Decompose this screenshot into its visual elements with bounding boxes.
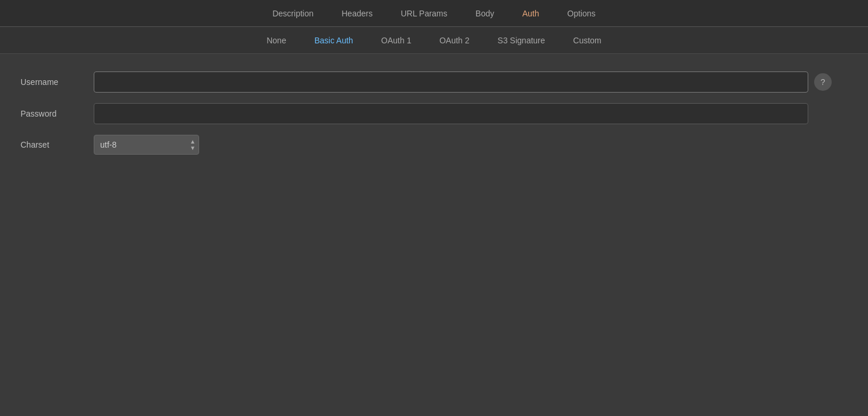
charset-select[interactable]: utf-8 ISO-8859-1 US-ASCII bbox=[94, 135, 199, 155]
form-content: Username ? Password Charset utf-8 ISO-88… bbox=[0, 54, 868, 183]
username-row: Username ? bbox=[12, 71, 856, 93]
auth-tab-none[interactable]: None bbox=[255, 30, 298, 51]
charset-select-wrapper: utf-8 ISO-8859-1 US-ASCII ▲ ▼ bbox=[94, 135, 199, 155]
password-input[interactable] bbox=[94, 103, 808, 124]
auth-tab-oauth1[interactable]: OAuth 1 bbox=[370, 30, 423, 51]
tab-auth[interactable]: Auth bbox=[511, 3, 551, 24]
auth-tab-basic-auth[interactable]: Basic Auth bbox=[303, 30, 365, 51]
charset-label: Charset bbox=[12, 140, 94, 149]
auth-tab-oauth2[interactable]: OAuth 2 bbox=[428, 30, 481, 51]
tab-headers[interactable]: Headers bbox=[330, 3, 384, 24]
password-label: Password bbox=[12, 109, 94, 118]
username-input[interactable] bbox=[94, 71, 808, 93]
tab-body[interactable]: Body bbox=[464, 3, 506, 24]
password-row: Password bbox=[12, 103, 856, 124]
tab-description[interactable]: Description bbox=[261, 3, 325, 24]
username-label: Username bbox=[12, 77, 94, 87]
charset-row: Charset utf-8 ISO-8859-1 US-ASCII ▲ ▼ bbox=[12, 135, 856, 155]
auth-tab-s3-signature[interactable]: S3 Signature bbox=[486, 30, 557, 51]
auth-tab-custom[interactable]: Custom bbox=[562, 30, 613, 51]
tab-url-params[interactable]: URL Params bbox=[389, 3, 459, 24]
tab-options[interactable]: Options bbox=[556, 3, 607, 24]
sub-nav: None Basic Auth OAuth 1 OAuth 2 S3 Signa… bbox=[0, 27, 868, 54]
username-help-button[interactable]: ? bbox=[814, 73, 832, 91]
top-nav: Description Headers URL Params Body Auth… bbox=[0, 0, 868, 27]
